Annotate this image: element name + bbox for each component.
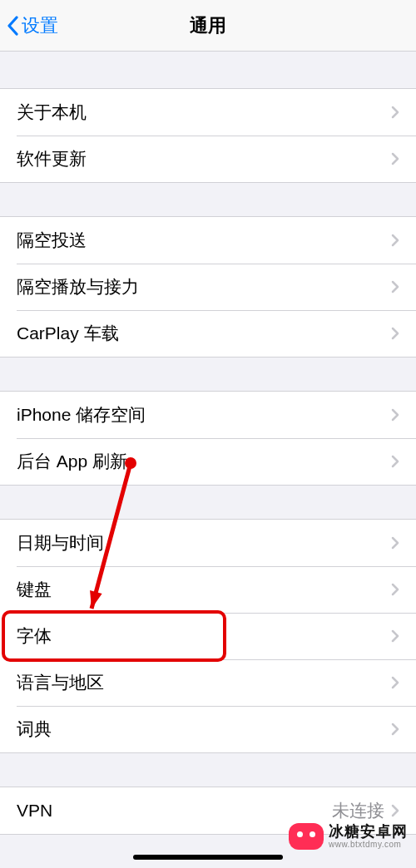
row-label: iPhone 储存空间 <box>17 403 146 427</box>
chevron-right-icon <box>391 629 399 643</box>
nav-bar: 设置 通用 <box>0 0 416 52</box>
row-airdrop[interactable]: 隔空投送 <box>0 217 416 264</box>
row-label: 隔空播放与接力 <box>17 275 139 298</box>
row-label: 关于本机 <box>17 101 87 124</box>
settings-group: 隔空投送隔空播放与接力CarPlay 车载 <box>0 216 416 358</box>
settings-group: 关于本机软件更新 <box>0 88 416 183</box>
row-detail: 未连接 <box>332 799 384 822</box>
row-label: 隔空投送 <box>17 229 87 252</box>
row-background-app-refresh[interactable]: 后台 App 刷新 <box>0 438 416 485</box>
watermark: 冰糖安卓网 www.btxtdmy.com <box>289 823 408 850</box>
chevron-right-icon <box>391 106 399 119</box>
row-label: 软件更新 <box>17 147 87 170</box>
row-label: VPN <box>17 801 52 821</box>
watermark-url: www.btxtdmy.com <box>329 840 408 849</box>
chevron-right-icon <box>391 152 399 165</box>
row-carplay[interactable]: CarPlay 车载 <box>0 310 416 357</box>
chevron-left-icon <box>7 16 18 36</box>
chevron-right-icon <box>391 723 399 736</box>
row-label: 日期与时间 <box>17 531 104 555</box>
page-title: 通用 <box>0 13 416 38</box>
chevron-right-icon <box>391 804 399 817</box>
chevron-right-icon <box>391 455 399 468</box>
row-airplay-handoff[interactable]: 隔空播放与接力 <box>0 264 416 310</box>
chevron-right-icon <box>391 327 399 340</box>
row-language-region[interactable]: 语言与地区 <box>0 659 416 706</box>
row-label: CarPlay 车载 <box>17 322 119 345</box>
row-label: 语言与地区 <box>17 671 104 694</box>
row-label: 键盘 <box>17 578 52 601</box>
row-keyboard[interactable]: 键盘 <box>0 566 416 613</box>
watermark-name: 冰糖安卓网 <box>329 824 408 841</box>
chevron-right-icon <box>391 536 399 550</box>
settings-group: 日期与时间键盘字体语言与地区词典 <box>0 519 416 753</box>
row-software-update[interactable]: 软件更新 <box>0 136 416 182</box>
chevron-right-icon <box>391 583 399 596</box>
settings-group: iPhone 储存空间后台 App 刷新 <box>0 391 416 486</box>
back-label: 设置 <box>22 13 58 38</box>
home-indicator[interactable] <box>133 855 283 860</box>
row-label: 后台 App 刷新 <box>17 450 127 473</box>
row-about[interactable]: 关于本机 <box>0 89 416 136</box>
row-fonts[interactable]: 字体 <box>0 613 416 659</box>
row-date-time[interactable]: 日期与时间 <box>0 520 416 566</box>
chevron-right-icon <box>391 234 399 247</box>
row-dictionary[interactable]: 词典 <box>0 706 416 752</box>
chevron-right-icon <box>391 676 399 689</box>
chevron-right-icon <box>391 280 399 293</box>
watermark-icon <box>289 823 324 850</box>
back-button[interactable]: 设置 <box>7 13 58 38</box>
row-label: 词典 <box>17 718 52 741</box>
chevron-right-icon <box>391 408 399 422</box>
row-iphone-storage[interactable]: iPhone 储存空间 <box>0 392 416 438</box>
row-label: 字体 <box>17 624 52 648</box>
